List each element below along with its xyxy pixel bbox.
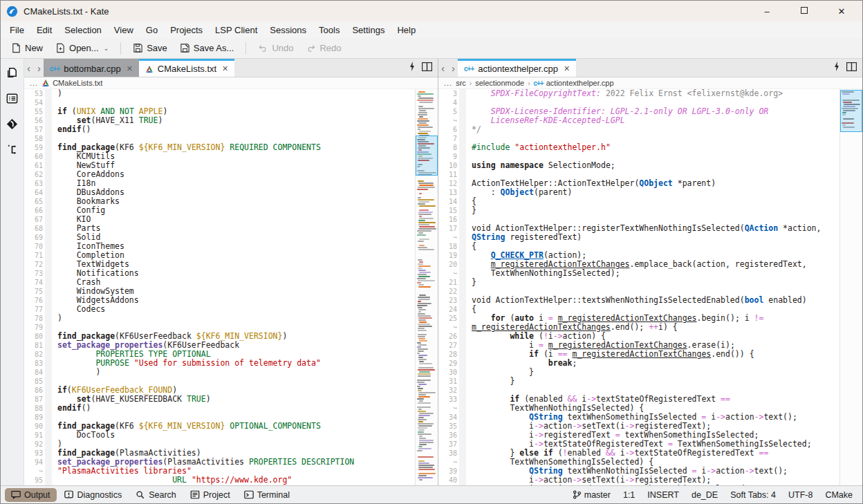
split-view-button[interactable] xyxy=(422,62,432,74)
history-forward-button[interactable]: › xyxy=(452,62,455,74)
text-editor-left[interactable]: 53)5455if (UNIX AND NOT APPLE)56 set(HAV… xyxy=(24,89,438,485)
kate-window: CMakeLists.txt - Kate – ✕ FileEditSelect… xyxy=(0,0,863,504)
history-forward-button[interactable]: › xyxy=(37,62,41,74)
code-line: 74 Crash xyxy=(24,278,415,287)
toolview-button-output[interactable]: Output xyxy=(5,488,57,502)
code-line: 26 while (!i->action) { xyxy=(438,332,839,341)
code-line: 90find_package(KF6 ${KF6_MIN_VERSION} OP… xyxy=(24,422,415,431)
redo-button[interactable]: Redo xyxy=(301,40,346,56)
minimap-viewport[interactable] xyxy=(416,136,438,176)
editor-pane-left: ‹›c++bottombar.cpp✕CMakeLists.txt✕...CMa… xyxy=(24,59,438,485)
tab-actiontexthelper.cpp[interactable]: c++actiontexthelper.cpp✕ xyxy=(458,59,576,77)
save-as-button[interactable]: Save As... xyxy=(175,40,239,56)
code-line: 36 i->registeredText = textWhenSomething… xyxy=(438,431,839,440)
save-as-icon xyxy=(180,43,190,53)
breadcrumb-item[interactable]: c++actiontexthelper.cpp xyxy=(533,79,613,87)
code-line: 35 i->action->setText(i->registeredText)… xyxy=(438,422,839,431)
toolview-button-diagnostics[interactable]: Diagnostics xyxy=(58,488,129,502)
status-master[interactable]: master xyxy=(573,490,611,500)
status-utf-8[interactable]: UTF-8 xyxy=(788,490,813,500)
code-line: 96 TYPE OPTIONAL xyxy=(24,485,415,485)
maximize-button[interactable] xyxy=(797,7,811,15)
breadcrumb-item[interactable]: CMakeLists.txt xyxy=(41,79,102,87)
close-button[interactable]: ✕ xyxy=(835,6,848,17)
split-view-button[interactable] xyxy=(846,62,857,74)
new-button[interactable]: New xyxy=(6,40,48,56)
cmake-file-icon xyxy=(41,79,50,87)
status-insert[interactable]: INSERT xyxy=(647,490,679,500)
code-line: 15} xyxy=(438,206,839,215)
code-line: 6*/ xyxy=(438,125,839,134)
breadcrumb-item[interactable]: selectionmode xyxy=(475,79,524,87)
sidebar-projects-button[interactable] xyxy=(4,115,21,132)
menu-tools[interactable]: Tools xyxy=(313,23,346,37)
minimize-button[interactable]: – xyxy=(760,6,774,17)
open-button[interactable]: Open... ⌄ xyxy=(50,40,113,56)
toolview-button-search[interactable]: Search xyxy=(129,488,183,502)
sidebar-documents-button[interactable] xyxy=(4,64,21,81)
tab-CMakeLists.txt[interactable]: CMakeLists.txt✕ xyxy=(139,59,234,77)
code-line: 22 xyxy=(438,287,839,296)
save-button[interactable]: Save xyxy=(128,40,172,56)
editor-pane-right: ‹›c++actiontexthelper.cpp✕...src›selecti… xyxy=(438,59,862,485)
menu-go[interactable]: Go xyxy=(140,23,164,37)
tab-label: bottombar.cpp xyxy=(64,64,120,74)
code-line: 55if (UNIX AND NOT APPLE) xyxy=(24,107,415,116)
code-line: 53) xyxy=(24,89,415,98)
breadcrumb-item[interactable]: src xyxy=(456,79,466,87)
sidebar-filesystem-button[interactable] xyxy=(4,90,21,106)
toolview-button-project[interactable]: Project xyxy=(184,488,236,502)
code-line: 41 i->registeredText = textWhenNothingIs… xyxy=(438,485,839,485)
history-back-button[interactable]: ‹ xyxy=(27,62,30,74)
documents-icon xyxy=(6,66,19,80)
minimap-scrollbar[interactable] xyxy=(839,89,862,485)
menu-projects[interactable]: Projects xyxy=(164,23,209,37)
open-dropdown-chevron-icon[interactable]: ⌄ xyxy=(104,45,109,52)
git-branch-icon xyxy=(573,490,582,499)
undo-button[interactable]: Undo xyxy=(253,40,298,56)
menu-help[interactable]: Help xyxy=(391,23,422,37)
status-soft-tabs-4[interactable]: Soft Tabs: 4 xyxy=(730,490,776,500)
status-cmake[interactable]: CMake xyxy=(825,490,853,500)
status-bar: master1:1INSERTde_DESoft Tabs: 4UTF-8CMa… xyxy=(573,490,858,500)
redo-icon xyxy=(306,43,316,53)
breadcrumb-separator-icon: › xyxy=(528,80,530,87)
menu-view[interactable]: View xyxy=(108,23,140,37)
tab-bar: ‹›c++actiontexthelper.cpp✕ xyxy=(438,59,862,77)
breadcrumb: ...src›selectionmode›c++actiontexthelper… xyxy=(438,77,862,89)
symbols-outline-icon xyxy=(6,143,19,156)
menu-settings[interactable]: Settings xyxy=(346,23,391,37)
filesystem-list-icon xyxy=(6,92,19,105)
code-line: 63 I18n xyxy=(24,179,415,188)
code-line: 61 NewStuff xyxy=(24,161,415,170)
code-line: 76 WidgetsAddons xyxy=(24,296,415,305)
code-line: 68 Parts xyxy=(24,224,415,233)
sidebar-symbols-button[interactable] xyxy=(4,141,21,158)
tab-close-icon[interactable]: ✕ xyxy=(127,64,133,73)
tab-close-icon[interactable]: ✕ xyxy=(222,64,228,73)
tab-close-icon[interactable]: ✕ xyxy=(564,64,570,73)
menu-file[interactable]: File xyxy=(3,23,30,37)
status-1-1[interactable]: 1:1 xyxy=(623,490,635,500)
quick-open-button[interactable] xyxy=(409,62,415,74)
cpp-file-icon: c++ xyxy=(464,65,474,73)
code-line: ↪"PlasmaActivities libraries" xyxy=(24,467,415,476)
menu-sessions[interactable]: Sessions xyxy=(263,23,313,37)
code-line: 78) xyxy=(24,314,415,323)
status-de-de[interactable]: de_DE xyxy=(692,490,718,500)
text-editor-right[interactable]: 3 SPDX-FileCopyrightText: 2022 Felix Ern… xyxy=(438,89,862,485)
breadcrumb-overflow[interactable]: ... xyxy=(30,79,38,87)
code-line: 69 Solid xyxy=(24,233,415,242)
code-line: 86if(KF6UserFeedback_FOUND) xyxy=(24,386,415,395)
menu-edit[interactable]: Edit xyxy=(30,23,58,37)
minimap-viewport[interactable] xyxy=(840,90,862,132)
code-line: 88endif() xyxy=(24,404,415,413)
quick-open-button[interactable] xyxy=(834,62,839,74)
breadcrumb-overflow[interactable]: ... xyxy=(444,79,452,87)
toolview-button-terminal[interactable]: Terminal xyxy=(238,488,296,502)
menu-selection[interactable]: Selection xyxy=(58,23,107,37)
tab-bottombar.cpp[interactable]: c++bottombar.cpp✕ xyxy=(44,59,139,77)
menu-lsp-client[interactable]: LSP Client xyxy=(209,23,263,37)
history-back-button[interactable]: ‹ xyxy=(441,62,445,74)
minimap-scrollbar[interactable] xyxy=(415,89,438,485)
